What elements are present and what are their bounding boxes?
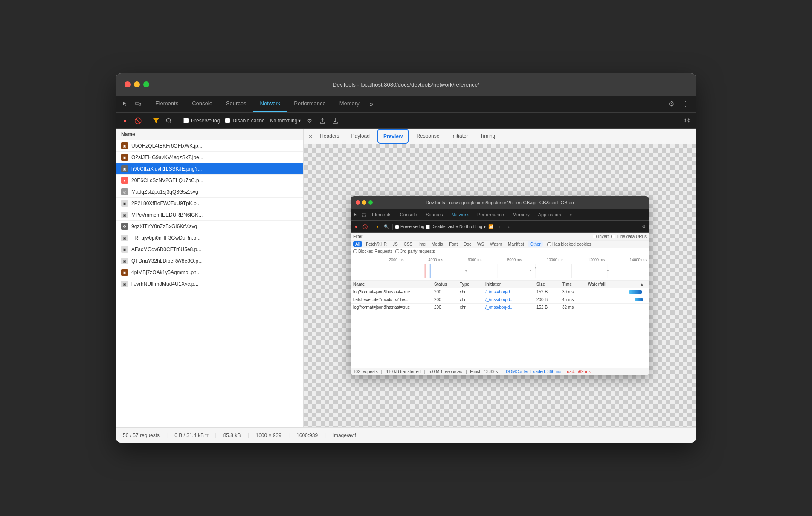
search-icon[interactable] bbox=[163, 115, 174, 126]
blocked-requests: Blocked Requests bbox=[358, 249, 393, 254]
type-ws: WS bbox=[475, 241, 486, 247]
svg-rect-1 bbox=[139, 103, 141, 105]
file-item[interactable]: ▣ lIJvrhNUllrm3Mud4U1Xvc.p... bbox=[116, 278, 303, 290]
svg-line-3 bbox=[170, 122, 172, 123]
content-area: Name ▣ U5OHzQL4tEKFr6OFlxWK.jp... ▣ O2sI… bbox=[116, 129, 696, 427]
status-ratio: 1600:939 bbox=[296, 432, 318, 438]
tab-console[interactable]: Console bbox=[185, 96, 219, 112]
upload-icon[interactable] bbox=[317, 115, 328, 126]
window-title: DevTools - localhost:8080/docs/devtools/… bbox=[333, 81, 479, 88]
nested-tab-performance: Performance bbox=[473, 209, 508, 220]
file-item[interactable]: ▣ O2sIJEHG9avKV4aqzSx7.jpe... bbox=[116, 152, 303, 163]
minimize-button[interactable] bbox=[134, 81, 140, 87]
preserve-log-checkbox[interactable]: Preserve log bbox=[182, 118, 221, 124]
maximize-button[interactable] bbox=[143, 81, 149, 87]
wifi-icon[interactable] bbox=[304, 115, 315, 126]
status-requests: 50 / 57 requests bbox=[123, 432, 160, 438]
more-options-icon[interactable]: ⋮ bbox=[680, 98, 692, 110]
file-name: MadqZsIZpo1sj3qQ3GsZ.svg bbox=[131, 189, 298, 195]
tab-elements[interactable]: Elements bbox=[148, 96, 185, 112]
clear-button[interactable]: 🚫 bbox=[132, 115, 143, 126]
file-name: 2P2L80XfBoFWJFxU9TpK.p... bbox=[131, 200, 298, 206]
file-item-selected[interactable]: ▣ h90CtfziXluvh1LSSKJE.png?... bbox=[116, 163, 303, 175]
file-item[interactable]: ▣ 4plMBj7zOAk1y5Agmmoj.pn... bbox=[116, 267, 303, 278]
nested-upload: ↑ bbox=[496, 223, 504, 231]
settings-icon[interactable]: ⚙ bbox=[665, 98, 677, 110]
type-js: JS bbox=[391, 241, 400, 247]
tab-network[interactable]: Network bbox=[253, 96, 287, 112]
row-size: 200 B bbox=[536, 297, 562, 302]
nested-type-bar: All Fetch/XHR JS CSS Img Media Font Doc … bbox=[351, 241, 649, 248]
row-initiator: /_/mss/boq-d... bbox=[485, 297, 536, 302]
row-type: xhr bbox=[460, 305, 485, 310]
tab-initiator[interactable]: Initiator bbox=[445, 129, 474, 144]
status-size: 85.8 kB bbox=[223, 432, 241, 438]
tab-headers[interactable]: Headers bbox=[314, 129, 345, 144]
nested-tab-application: Application bbox=[534, 209, 566, 220]
close-button[interactable] bbox=[125, 81, 130, 87]
file-item[interactable]: ▣ AFacMOgv6D0CFTr6U5e8.p... bbox=[116, 244, 303, 255]
file-icon: ▣ bbox=[121, 246, 128, 253]
close-preview-button[interactable]: × bbox=[307, 131, 314, 142]
disable-cache-checkbox[interactable]: Disable cache bbox=[223, 118, 266, 124]
file-name: TRFujw0pi0nHF3GwDuRn.p... bbox=[131, 235, 298, 241]
file-item[interactable]: ⚙ 9gzXiTYY0nZzBxGI6KrV.svg bbox=[116, 221, 303, 232]
svg-rect-0 bbox=[136, 102, 139, 105]
nested-filter: ▼ bbox=[374, 223, 381, 231]
tab-list: Elements Console Sources Network Perform… bbox=[148, 96, 377, 112]
filter-icon[interactable] bbox=[151, 115, 162, 126]
device-toggle-icon[interactable] bbox=[132, 98, 144, 110]
file-list-panel: Name ▣ U5OHzQL4tEKFr6OFlxWK.jp... ▣ O2sI… bbox=[116, 129, 304, 427]
tab-overflow[interactable]: » bbox=[366, 100, 377, 108]
tab-timing[interactable]: Timing bbox=[474, 129, 502, 144]
nested-window-title: DevTools - news.google.com/topstories?hl… bbox=[426, 200, 574, 205]
nested-titlebar: DevTools - news.google.com/topstories?hl… bbox=[351, 196, 649, 209]
disable-cache-label: Disable cache bbox=[232, 118, 264, 124]
row-type: xhr bbox=[460, 297, 485, 302]
file-item[interactable]: ◎ MadqZsIZpo1sj3qQ3GsZ.svg bbox=[116, 186, 303, 198]
col-waterfall: Waterfall bbox=[588, 282, 640, 287]
record-button[interactable]: ● bbox=[119, 115, 130, 126]
type-doc: Doc bbox=[461, 241, 473, 247]
preview-content: DevTools - news.google.com/topstories?hl… bbox=[304, 144, 696, 427]
nested-tab-network: Network bbox=[447, 209, 473, 220]
svg-point-14 bbox=[535, 267, 536, 268]
tab-payload[interactable]: Payload bbox=[345, 129, 376, 144]
row-time: 39 ms bbox=[562, 290, 588, 294]
file-icon: ▣ bbox=[121, 258, 128, 264]
cursor-icon[interactable] bbox=[119, 98, 131, 110]
settings-gear-icon[interactable]: ⚙ bbox=[682, 115, 693, 126]
row-status: 200 bbox=[434, 297, 460, 302]
file-item[interactable]: ● 20E6CLcSzNV2GELQu7oC.p... bbox=[116, 175, 303, 186]
tab-performance[interactable]: Performance bbox=[287, 96, 332, 112]
nested-options-bar: Blocked Requests 3rd-party requests bbox=[351, 248, 649, 255]
devtools-window: DevTools - localhost:8080/docs/devtools/… bbox=[116, 73, 696, 443]
nested-tab-elements: Elements bbox=[368, 209, 396, 220]
row-waterfall bbox=[588, 290, 647, 294]
nested-download: ↓ bbox=[505, 223, 513, 231]
status-type: image/avif bbox=[333, 432, 356, 438]
waterfall-graph bbox=[389, 264, 647, 278]
col-time: Time bbox=[562, 282, 588, 287]
tab-preview[interactable]: Preview bbox=[377, 129, 409, 144]
file-name: lIJvrhNUllrm3Mud4U1Xvc.p... bbox=[131, 281, 298, 287]
tab-sources[interactable]: Sources bbox=[219, 96, 253, 112]
tab-response[interactable]: Response bbox=[410, 129, 445, 144]
type-fetch-xhr: Fetch/XHR bbox=[364, 241, 389, 247]
file-item[interactable]: ▣ TRFujw0pi0nHF3GwDuRn.p... bbox=[116, 232, 303, 244]
file-name: 9gzXiTYY0nZzBxGI6KrV.svg bbox=[131, 223, 298, 229]
download-icon[interactable] bbox=[330, 115, 341, 126]
file-item[interactable]: ▣ QTDnaY32hLDipeRW8e3O.p... bbox=[116, 255, 303, 267]
row-name: batchexecute?rpcids=xZTw... bbox=[353, 297, 434, 302]
file-item[interactable]: ▣ MPcVmmemtEEDURBN6lGK... bbox=[116, 209, 303, 221]
throttle-selector[interactable]: No throttling ▾ bbox=[268, 118, 303, 124]
nested-invert: Invert bbox=[598, 234, 609, 239]
file-icon: ◎ bbox=[121, 188, 128, 195]
file-name: MPcVmmemtEEDURBN6lGK... bbox=[131, 212, 298, 218]
nested-device-icon: ⬚ bbox=[360, 211, 368, 219]
col-name: Name bbox=[353, 282, 434, 287]
file-item[interactable]: ▣ 2P2L80XfBoFWJFxU9TpK.p... bbox=[116, 198, 303, 209]
file-item[interactable]: ▣ U5OHzQL4tEKFr6OFlxWK.jp... bbox=[116, 140, 303, 152]
tab-memory[interactable]: Memory bbox=[333, 96, 366, 112]
row-time: 32 ms bbox=[562, 305, 588, 310]
